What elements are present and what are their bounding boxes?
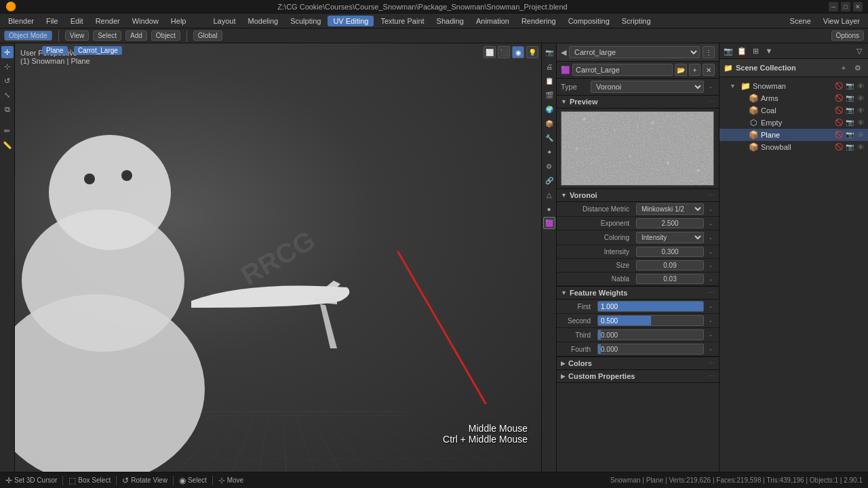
panel-menu-icon[interactable]: ⋮	[703, 46, 715, 58]
type-extra-btn[interactable]: ·	[707, 83, 715, 91]
empty-restrict1-icon[interactable]: 🚫	[834, 119, 844, 127]
viewport-3d[interactable]: RRCG User Perspective (1) Snowman | Plan…	[15, 43, 541, 472]
set-3d-cursor-btn[interactable]: ✛ Set 3D Cursor	[5, 476, 57, 485]
shading-material-icon[interactable]: ◉	[512, 46, 524, 58]
preview-section-header[interactable]: ▼ Preview ⋯	[557, 96, 719, 108]
type-dropdown[interactable]: Voronoi	[591, 81, 704, 93]
output-icon[interactable]: 🖨	[543, 60, 555, 73]
empty-restrict2-icon[interactable]: 📷	[845, 119, 854, 127]
tree-item-plane[interactable]: 📦 Plane 🚫 📷 👁	[719, 129, 868, 141]
close-btn[interactable]: ✕	[853, 2, 863, 12]
view-btn[interactable]: View	[65, 30, 90, 41]
scene-filter-icon[interactable]: ▽	[853, 45, 865, 57]
size-value[interactable]: 0.09	[636, 260, 704, 270]
new-texture-icon[interactable]: +	[689, 64, 701, 76]
select-action-btn[interactable]: ◉ Select	[179, 476, 207, 485]
box-select-btn[interactable]: ⬚ Box Select	[68, 476, 111, 485]
tab-compositing[interactable]: Compositing	[563, 16, 615, 26]
shading-solid-icon[interactable]: ⬛	[498, 46, 510, 58]
object-props-icon[interactable]: 📦	[543, 117, 555, 129]
measure-tool-icon[interactable]: 📏	[1, 139, 14, 151]
first-weight-bar-container[interactable]: 1.000	[597, 301, 704, 312]
tree-item-arms[interactable]: 📦 Arms 🚫 📷 👁	[719, 92, 868, 104]
second-weight-extra[interactable]: ·	[707, 317, 715, 325]
coloring-extra[interactable]: ·	[707, 234, 715, 242]
colors-section-header[interactable]: ▶ Colors ⋯	[557, 357, 719, 370]
coloring-dropdown[interactable]: Intensity	[636, 232, 704, 243]
render-icon[interactable]: 📷	[543, 46, 555, 58]
snowman-eye-icon[interactable]: 👁	[856, 82, 865, 90]
snowball-restrict1-icon[interactable]: 🚫	[834, 143, 844, 151]
object-btn[interactable]: Object	[151, 30, 180, 41]
third-weight-extra[interactable]: ·	[707, 331, 715, 339]
tab-texture-paint[interactable]: Texture Paint	[375, 16, 429, 26]
distance-metric-extra[interactable]: ·	[707, 205, 715, 214]
menu-render[interactable]: Render	[90, 16, 125, 26]
world-icon[interactable]: 🌍	[543, 103, 555, 115]
tree-item-coal[interactable]: 📦 Coal 🚫 📷 👁	[719, 104, 868, 117]
third-weight-bar-container[interactable]: 0.000	[597, 329, 704, 340]
size-extra[interactable]: ·	[707, 262, 715, 270]
texture-slot-dropdown[interactable]: Carrot_large	[569, 46, 700, 58]
exponent-extra[interactable]: ·	[707, 220, 715, 228]
fourth-weight-bar-container[interactable]: 0.000	[597, 344, 704, 354]
annotate-tool-icon[interactable]: ✏	[1, 125, 14, 137]
menu-edit[interactable]: Edit	[65, 16, 89, 26]
plane-selector[interactable]: Plane	[42, 46, 68, 55]
move-action-btn[interactable]: ⊹ Move	[218, 476, 243, 485]
constraints-icon[interactable]: 🔗	[543, 174, 555, 186]
texture-icon[interactable]: 🟪	[543, 217, 555, 229]
nabla-extra[interactable]: ·	[707, 275, 715, 283]
scene-selector[interactable]: Scene	[785, 16, 816, 26]
plane-eye-icon[interactable]: 👁	[856, 131, 865, 139]
exponent-value[interactable]: 2.500	[636, 218, 704, 228]
arms-eye-icon[interactable]: 👁	[856, 94, 865, 102]
scene-add-icon[interactable]: +	[837, 62, 850, 74]
arms-restrict1-icon[interactable]: 🚫	[834, 94, 844, 102]
cursor-tool-icon[interactable]: ✛	[1, 46, 14, 58]
scene-tb-icon1[interactable]: 📷	[722, 45, 734, 57]
tab-animation[interactable]: Animation	[471, 16, 515, 26]
move-tool-icon[interactable]: ⊹	[1, 60, 14, 73]
first-weight-extra[interactable]: ·	[707, 302, 715, 310]
viewlayer-icon[interactable]: 📋	[543, 75, 555, 87]
panel-arrow[interactable]: ◀	[561, 48, 566, 57]
intensity-extra[interactable]: ·	[707, 248, 715, 256]
tab-rendering[interactable]: Rendering	[516, 16, 561, 26]
snowman-restrict2-icon[interactable]: 📷	[845, 82, 854, 90]
shading-rendered-icon[interactable]: 💡	[526, 46, 538, 58]
distance-metric-dropdown[interactable]: Minkowski 1/2	[636, 203, 704, 215]
menu-blender[interactable]: Blender	[3, 16, 39, 26]
tab-layout[interactable]: Layout	[208, 16, 241, 26]
tab-uv-editing[interactable]: UV Editing	[328, 16, 374, 26]
tab-modeling[interactable]: Modeling	[242, 16, 283, 26]
menu-file[interactable]: File	[41, 16, 64, 26]
tab-sculpting[interactable]: Sculpting	[285, 16, 326, 26]
delete-texture-icon[interactable]: ✕	[703, 64, 715, 76]
snowball-restrict2-icon[interactable]: 📷	[845, 143, 854, 151]
coal-restrict2-icon[interactable]: 📷	[845, 106, 854, 115]
arms-restrict2-icon[interactable]: 📷	[845, 94, 854, 102]
snowball-eye-icon[interactable]: 👁	[856, 143, 865, 151]
view-layer-selector[interactable]: View Layer	[818, 16, 865, 26]
menu-window[interactable]: Window	[127, 16, 164, 26]
scene-tb-icon2[interactable]: 📋	[736, 45, 748, 57]
voronoi-section-header[interactable]: ▼ Voronoi ⋯	[557, 189, 719, 202]
physics-icon[interactable]: ⚙	[543, 160, 555, 172]
shading-wireframe-icon[interactable]: ⬜	[484, 46, 496, 58]
snowman-restrict1-icon[interactable]: 🚫	[834, 82, 844, 90]
tree-item-snowball[interactable]: 📦 Snowball 🚫 📷 👁	[719, 141, 868, 153]
tab-shading[interactable]: Shading	[431, 16, 469, 26]
particles-icon[interactable]: ✦	[543, 146, 555, 158]
texture-preview-icon[interactable]: 🟪	[561, 66, 570, 75]
coal-eye-icon[interactable]: 👁	[856, 106, 865, 115]
fourth-weight-extra[interactable]: ·	[707, 345, 715, 353]
select-btn[interactable]: Select	[93, 30, 121, 41]
rotate-view-btn[interactable]: ↺ Rotate View	[122, 476, 167, 485]
browse-texture-icon[interactable]: 📂	[675, 64, 687, 76]
add-btn[interactable]: Add	[125, 30, 147, 41]
nabla-value[interactable]: 0.03	[636, 274, 704, 284]
modifier-icon[interactable]: 🔧	[543, 131, 555, 144]
rotate-tool-icon[interactable]: ↺	[1, 75, 14, 87]
mode-selector[interactable]: Object Mode	[4, 30, 52, 41]
